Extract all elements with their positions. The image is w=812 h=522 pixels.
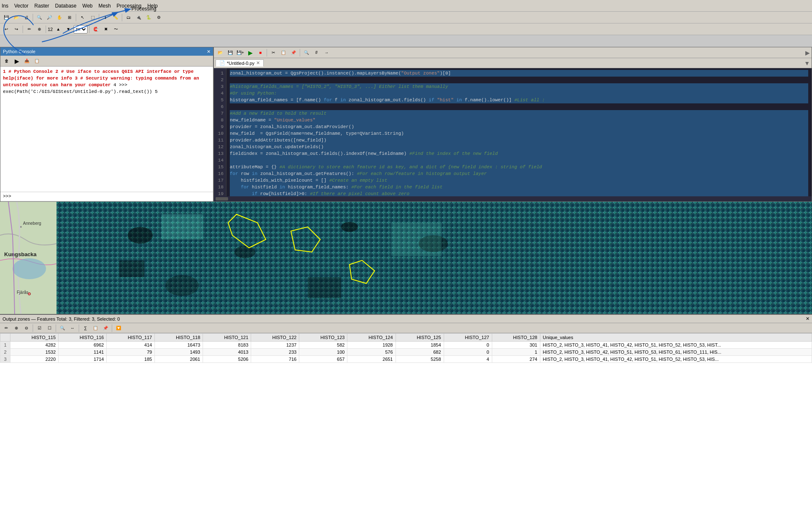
- row-1-histo127: 0: [444, 342, 492, 349]
- esep1: [267, 49, 267, 57]
- th-histo115[interactable]: HISTO_115: [10, 334, 59, 342]
- editor-save-as[interactable]: 💾+: [236, 48, 245, 57]
- tb-font-down[interactable]: ▼: [64, 25, 73, 34]
- row-1-histo124: 1928: [347, 342, 396, 349]
- tab-close-icon[interactable]: ✕: [256, 60, 260, 66]
- tab-icon: 📄: [219, 60, 225, 66]
- menu-database[interactable]: Database: [55, 3, 76, 9]
- menu-help[interactable]: Help: [147, 3, 158, 9]
- console-run[interactable]: ▶: [12, 57, 21, 66]
- code-hscroll[interactable]: [214, 196, 812, 201]
- console-clear[interactable]: 🗑: [2, 57, 11, 66]
- tb-measure[interactable]: 📏: [111, 13, 120, 22]
- map-legend-svg: Anneberg Kungsbacka Fjärås: [0, 202, 57, 314]
- tb-open[interactable]: 📂: [12, 13, 21, 22]
- map-visual[interactable]: [57, 202, 812, 314]
- tb-trace[interactable]: ✖: [101, 25, 110, 34]
- editor-find[interactable]: 🔍: [302, 48, 311, 57]
- attr-field-calc[interactable]: ∑: [81, 324, 90, 333]
- menu-mesh[interactable]: Mesh: [98, 3, 110, 9]
- tb-select[interactable]: ↖: [78, 13, 87, 22]
- tb-identify[interactable]: ℹ: [101, 13, 110, 22]
- map-area[interactable]: Anneberg Kungsbacka Fjärås: [0, 202, 812, 314]
- menu-processing[interactable]: Processing: [117, 3, 141, 9]
- attr-copy-selected[interactable]: 📋: [91, 324, 100, 333]
- menu-ins[interactable]: Ins: [2, 3, 8, 9]
- tb-settings[interactable]: ⚙: [154, 13, 163, 22]
- menu-raster[interactable]: Raster: [34, 3, 49, 9]
- tb-print[interactable]: 🖨: [22, 13, 31, 22]
- tb-add-point[interactable]: ⊕: [35, 25, 44, 34]
- attr-filter[interactable]: 🔽: [114, 324, 123, 333]
- th-histo117[interactable]: HISTO_117: [107, 334, 155, 342]
- tb-deselect[interactable]: ⬚: [88, 13, 97, 22]
- menu-vector[interactable]: Vector: [14, 3, 28, 9]
- editor-cut[interactable]: ✂: [269, 48, 278, 57]
- editor-tab-scroll[interactable]: ▼: [804, 60, 810, 67]
- th-histo125[interactable]: HISTO_125: [396, 334, 444, 342]
- attr-pan-to-selection[interactable]: ↔: [68, 324, 77, 333]
- attr-close-icon[interactable]: ✕: [806, 316, 809, 321]
- code-line-1: zonal_histogram_out = QgsProject().insta…: [230, 70, 808, 77]
- attr-toggle-edit[interactable]: ✏: [2, 324, 11, 333]
- python-console-close-icon[interactable]: ✕: [207, 49, 211, 54]
- attr-zoom-to-selection[interactable]: 🔍: [58, 324, 67, 333]
- th-histo116[interactable]: HISTO_116: [59, 334, 107, 342]
- tb-snap[interactable]: 🧲: [91, 25, 100, 34]
- console-import[interactable]: 📥: [22, 57, 31, 66]
- editor-run[interactable]: ▶: [246, 48, 255, 57]
- code-content[interactable]: zonal_histogram_out = QgsProject().insta…: [226, 68, 812, 196]
- attr-paste[interactable]: 📌: [101, 324, 110, 333]
- menu-web[interactable]: Web: [82, 3, 93, 9]
- th-histo124[interactable]: HISTO_124: [347, 334, 396, 342]
- tb-python[interactable]: 🐍: [144, 13, 153, 22]
- th-histo127[interactable]: HISTO_127: [444, 334, 492, 342]
- attr-table-wrap[interactable]: HISTO_115 HISTO_116 HISTO_117 HISTO_118 …: [0, 333, 812, 522]
- row-1-histo125: 1854: [396, 342, 444, 349]
- tb-zoom-in[interactable]: 🔍: [35, 13, 44, 22]
- attr-delete-feature[interactable]: ⊖: [22, 324, 31, 333]
- tb-font-up[interactable]: ▲: [54, 25, 63, 34]
- th-histo123[interactable]: HISTO_123: [299, 334, 347, 342]
- editor-save[interactable]: 💾: [226, 48, 235, 57]
- attr-deselect-all[interactable]: ☐: [45, 324, 54, 333]
- svg-point-5: [28, 293, 31, 295]
- code-line-8: new_fieldname = "Unique_values": [230, 117, 808, 123]
- tb-plugins[interactable]: 🔌: [134, 13, 143, 22]
- row-id-1: 1: [0, 342, 10, 349]
- row-2-histo121: 4013: [203, 349, 251, 356]
- th-histo118[interactable]: HISTO_118: [155, 334, 203, 342]
- th-unique-values[interactable]: Unique_values: [540, 334, 812, 342]
- tb-save[interactable]: 💾: [2, 13, 11, 22]
- th-histo128[interactable]: HISTO_128: [492, 334, 540, 342]
- th-histo122[interactable]: HISTO_122: [251, 334, 299, 342]
- row-3-histo116: 1714: [59, 356, 107, 363]
- code-line-4: #Or using Python:: [230, 90, 808, 97]
- toolbar-1: 💾 📂 🖨 🔍 🔎 ✋ ⊞ ↖ ⬚ ℹ 📏 🗂 🔌 🐍 ⚙: [0, 12, 812, 23]
- editor-stop[interactable]: ■: [256, 48, 265, 57]
- attr-select-all[interactable]: ☑: [35, 324, 44, 333]
- feature-table: HISTO_115 HISTO_116 HISTO_117 HISTO_118 …: [0, 333, 812, 363]
- tb-layers[interactable]: 🗂: [124, 13, 133, 22]
- editor-copy[interactable]: 📋: [279, 48, 288, 57]
- editor-tab-untitled[interactable]: 📄 *Untitled-0.py ✕: [216, 59, 264, 67]
- svg-point-22: [341, 222, 358, 232]
- attr-add-feature[interactable]: ⊕: [12, 324, 21, 333]
- tb-zoom-out[interactable]: 🔎: [45, 13, 54, 22]
- tb-redo[interactable]: ↪: [12, 25, 21, 34]
- editor-indent[interactable]: →: [322, 48, 331, 57]
- tb-curve[interactable]: 〜: [111, 25, 121, 34]
- editor-comment[interactable]: #: [312, 48, 321, 57]
- tb-zoom-full[interactable]: ⊞: [65, 13, 74, 22]
- th-histo121[interactable]: HISTO_121: [203, 334, 251, 342]
- editor-open[interactable]: 📂: [216, 48, 225, 57]
- tb-undo[interactable]: ↩: [2, 25, 11, 34]
- tb-pan[interactable]: ✋: [55, 13, 64, 22]
- font-unit-select[interactable]: px pt: [74, 25, 87, 33]
- console-copy[interactable]: 📋: [32, 57, 41, 66]
- code-line-5: histogram_field_names = [f.name() for f …: [230, 97, 808, 103]
- tb-edit[interactable]: ✏: [25, 25, 34, 34]
- editor-scroll-right[interactable]: ▶: [805, 49, 810, 56]
- row-2-histo124: 576: [347, 349, 396, 356]
- editor-paste[interactable]: 📌: [289, 48, 298, 57]
